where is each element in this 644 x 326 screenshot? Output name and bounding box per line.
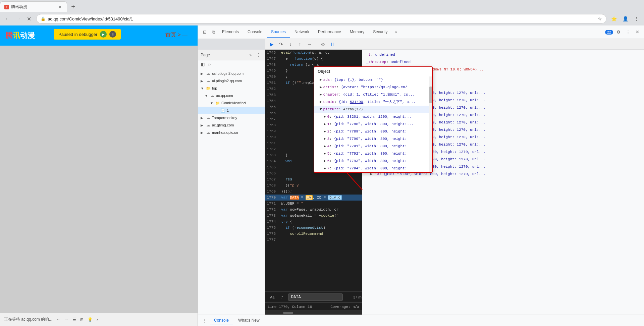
popup-scroll-area[interactable]: ▶ads: {top: {…}, bottom: ""} ▶artist: {a…	[314, 76, 432, 172]
panel-left-icon[interactable]: ◧	[199, 61, 206, 68]
new-tab-button[interactable]: +	[68, 2, 78, 11]
pause-on-exceptions-button[interactable]: ⏸	[328, 40, 336, 48]
browser-actions: ⭐ 👤 ⋮	[609, 14, 641, 23]
scope-key: _thisStep	[366, 60, 386, 64]
scope-key: _t	[366, 53, 371, 57]
cloud-icon: ☁	[210, 93, 215, 98]
deactivate-breakpoints-button[interactable]: ⊘	[319, 40, 327, 48]
address-bar[interactable]: 🔒 ac.qq.com/ComicView/index/id/531490/ci…	[36, 14, 606, 23]
tree-item-comicview[interactable]: ▼ 📁 ComicView/ind	[198, 99, 265, 107]
reload-button[interactable]: ✕	[24, 14, 34, 23]
popup-row-pic-5[interactable]: ▶5: {pid: "7792", width: 800, height:	[314, 150, 432, 157]
code-line-1767: 1767 res	[265, 176, 362, 182]
sources-new-icon[interactable]: ⋮	[255, 52, 262, 58]
tree-item-ac[interactable]: ▼ ☁ ac.qq.com	[198, 92, 265, 99]
devtools-undock-icon[interactable]: ⧉	[209, 28, 217, 36]
tree-item-ui[interactable]: ▶ ☁ ui.ptlogin2.qq.com	[198, 77, 265, 85]
resume-execution-button[interactable]: ▶	[268, 40, 276, 48]
back-button[interactable]: ←	[3, 14, 12, 23]
popup-row-pic-4[interactable]: ▶4: {pid: "7791", width: 800, height:	[314, 143, 432, 150]
step-over-button[interactable]: ↷	[277, 40, 285, 48]
browser-tab[interactable]: T 腾讯动漫 ✕	[0, 1, 67, 12]
sources-left-panel: Page » ⋮ ◧ ›› ▶ ☁ ssl.p	[198, 50, 265, 315]
coverage-status: Coverage: n/a	[330, 305, 359, 309]
tree-item-manhua[interactable]: ▶ ☁ manhua.qpic.cn	[198, 129, 265, 136]
tab-close-button[interactable]: ✕	[57, 4, 63, 10]
cloud-icon: ☁	[206, 71, 211, 76]
popup-row-pic-3[interactable]: ▶3: {pid: "7790", width: 800, height:	[314, 135, 432, 143]
tree-item-ssl[interactable]: ▶ ☁ ssl.ptlogin2.qq.com	[198, 70, 265, 77]
resume-button[interactable]: ▶	[100, 31, 107, 38]
console-settings-icon[interactable]: ⋮	[201, 317, 209, 325]
tree-label: 1	[227, 108, 229, 112]
regex-button[interactable]: .*	[278, 294, 285, 300]
popup-scrollbar[interactable]	[429, 76, 432, 172]
tab-elements[interactable]: Elements	[218, 27, 243, 38]
tree-label: ssl.ptlogin2.qq.com	[212, 71, 244, 75]
popup-row-pic-1[interactable]: ▶1: {pid: "7788", width: 800, height:...	[314, 120, 432, 128]
menu-button[interactable]: ⋮	[632, 14, 641, 23]
code-line-1746: 1746eval(function(p, a, c,	[265, 50, 362, 56]
popup-row-comic[interactable]: ▶comic: {id: 531490, title: "一人之下", c...	[314, 98, 432, 106]
devtools-dock-icon[interactable]: ⊡	[201, 28, 209, 36]
page-nav-forward[interactable]: →	[64, 317, 68, 322]
code-line-1769: 1769})();	[265, 188, 362, 195]
popup-row-ads[interactable]: ▶ads: {top: {…}, bottom: ""}	[314, 76, 432, 84]
page-logo: 腾讯动漫	[5, 31, 35, 41]
devtools-menu-icon[interactable]: ⋮	[624, 28, 632, 36]
settings-icon[interactable]: ⚙	[614, 28, 623, 36]
console-tab-console[interactable]: Console	[210, 316, 233, 325]
tree-item-top[interactable]: ▼ 📁 top	[198, 85, 265, 92]
code-line-1768: 1768 }("p y	[265, 182, 362, 188]
cloud-icon: ☁	[206, 123, 211, 127]
tree-arrow: ▶	[201, 123, 205, 127]
popup-row-pic-0[interactable]: ▶0: {pid: 33201, width: 1200, height...	[314, 113, 432, 120]
page-nav-next[interactable]: ›	[97, 317, 98, 322]
tab-memory[interactable]: Memory	[346, 27, 368, 38]
tree-item-1[interactable]: 📄 1	[198, 107, 265, 114]
tab-security[interactable]: Security	[369, 27, 391, 38]
sources-more-icon[interactable]: »	[247, 52, 254, 58]
popup-title: Object	[314, 67, 432, 76]
profile-button[interactable]: 👤	[621, 14, 630, 23]
console-tab-whatsnew[interactable]: What's New	[234, 316, 264, 325]
code-line-1771: 1771W.USER = "	[265, 201, 362, 207]
match-case-button[interactable]: Aa	[268, 294, 277, 300]
nav-link: 首页 > —	[165, 32, 187, 39]
popup-row-artist[interactable]: ▶artist: {avatar: "https://q3.qlogo.cn/	[314, 84, 432, 91]
page-nav-toggle[interactable]: ⊞	[80, 317, 84, 322]
popup-row-pic-6[interactable]: ▶6: {pid: "7793", width: 800, height:	[314, 157, 432, 165]
forward-button[interactable]: →	[13, 14, 23, 23]
tree-item-tampermonkey[interactable]: ▶ ☁ Tampermonkey	[198, 114, 265, 121]
step-button[interactable]: ⏸	[109, 31, 116, 38]
tab-network[interactable]: Network	[290, 27, 313, 38]
tab-performance[interactable]: Performance	[314, 27, 345, 38]
devtools-panel: ⊡ ⧉ Elements Console Sources Network Per…	[198, 25, 644, 326]
search-input[interactable]	[288, 293, 343, 301]
popup-row-pic-2[interactable]: ▶2: {pid: "7789", width: 800, height:	[314, 128, 432, 135]
tree-label: ComicView/ind	[221, 101, 246, 105]
page-nav-list[interactable]: ☰	[72, 317, 76, 322]
devtools-more-tabs[interactable]: »	[392, 30, 400, 35]
logo-dongman: 动漫	[20, 31, 35, 40]
step-button2[interactable]: →	[305, 40, 313, 48]
close-devtools-icon[interactable]: ✕	[633, 28, 641, 36]
step-into-button[interactable]: ↓	[286, 40, 294, 48]
popup-row-chapter[interactable]: ▶chapter: {cid: 1, cTitle: "1.姐姐1", cs..…	[314, 91, 432, 98]
tree-arrow: ▶	[201, 72, 205, 75]
page-nav-bulb[interactable]: 💡	[88, 317, 93, 322]
tree-label: ac.gtimg.com	[212, 123, 234, 127]
page-nav-back[interactable]: ←	[56, 317, 60, 322]
panel-right-icon[interactable]: ››	[206, 61, 213, 68]
status-bar: Line 1770, Column 16 Coverage: n/a	[265, 303, 362, 311]
tree-item-gtimg[interactable]: ▶ ☁ ac.gtimg.com	[198, 121, 265, 129]
popup-row-picture[interactable]: ▼picture: Array(17)	[314, 106, 432, 113]
step-out-button[interactable]: ↑	[296, 40, 304, 48]
popup-row-pic-7[interactable]: ▶7: {pid: "7794". width: 800, height:	[314, 165, 432, 172]
url-text: ac.qq.com/ComicView/index/id/531490/cid/…	[48, 16, 596, 21]
code-line-1772: 1772var nowPage, wrapWidth, cr	[265, 207, 362, 213]
horizontal-scrollbar[interactable]	[265, 311, 362, 315]
tab-console[interactable]: Console	[244, 27, 266, 38]
tab-sources[interactable]: Sources	[267, 27, 290, 38]
extensions-button[interactable]: ⭐	[609, 14, 619, 23]
